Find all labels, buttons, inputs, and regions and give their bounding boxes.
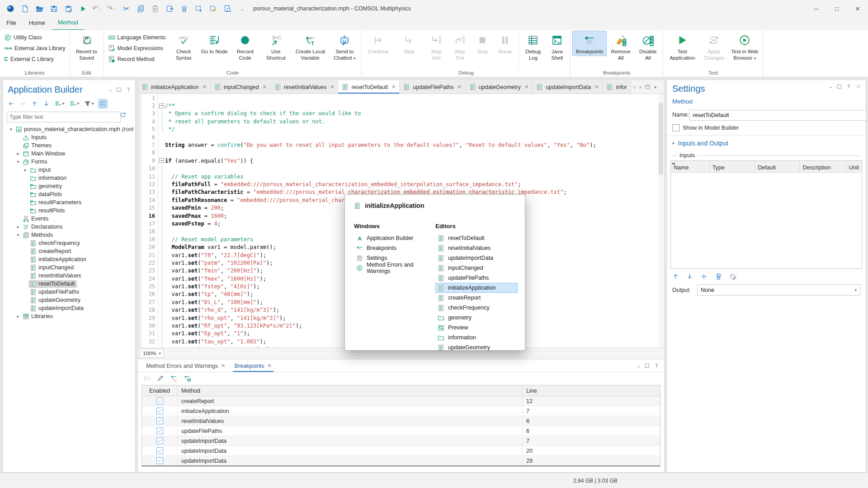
debug-log-button[interactable]: Debug Log [521, 31, 545, 63]
new-file-icon[interactable] [19, 3, 31, 14]
bottom-tab-method-errors-and-warnings[interactable]: Method Errors and Warnings✕ [142, 360, 230, 372]
float-icon[interactable] [836, 84, 842, 89]
record-method-button[interactable]: Record Method [106, 54, 168, 65]
popup-editor-item-initializeApplication[interactable]: initializeApplication [435, 283, 518, 293]
add-icon[interactable] [699, 272, 708, 281]
tree-item-initializeApplication[interactable]: initializeApplication [5, 255, 133, 263]
ribbon-tab-method[interactable]: Method [52, 17, 85, 30]
collapse-icon[interactable]: ⌄ [637, 363, 641, 368]
popup-editor-item-resetToDefault[interactable]: resetToDefault [435, 233, 518, 243]
back-button[interactable] [7, 99, 15, 108]
enabled-checkbox[interactable] [156, 408, 163, 414]
filter-view-button[interactable]: ▾ [83, 99, 95, 108]
editor-scrollbar[interactable] [658, 94, 664, 347]
maximize-editor-icon[interactable] [645, 84, 651, 90]
inputs-header-type[interactable]: Type [710, 161, 755, 172]
go-to-node-button[interactable]: Go to Node [199, 31, 229, 56]
chevron-down-icon[interactable]: ▾ [15, 160, 21, 164]
enable-breakpoints-icon[interactable] [170, 374, 179, 383]
tree-item-information[interactable]: information [5, 174, 133, 182]
enabled-checkbox[interactable] [156, 447, 163, 454]
use-shortcut-button[interactable]: B+C Use Shortcut [261, 31, 291, 63]
tree-item-updateGeometry[interactable]: updateGeometry [5, 296, 133, 304]
tree-item-checkFrequency[interactable]: checkFrequency [5, 239, 133, 247]
tree-item-Methods[interactable]: ▾ Methods [5, 231, 133, 239]
close-icon[interactable]: ✕ [268, 363, 272, 369]
tree-item-Main Window[interactable]: ▸ Main Window [5, 150, 133, 158]
save-as-icon[interactable] [62, 3, 74, 14]
inputs-header-description[interactable]: Description [800, 161, 846, 172]
inputs-table[interactable]: ▸▸NameTypeDefaultDescriptionUnit [670, 160, 862, 269]
language-elements-button[interactable]: ABCLanguage Elements [106, 32, 168, 43]
breakpoints-button[interactable]: Breakpoints [572, 31, 607, 56]
chevron-right-icon[interactable]: ▸ [15, 151, 21, 156]
external-java-library-button[interactable]: JavaExternal Java Library [2, 43, 68, 54]
open-file-icon[interactable] [33, 3, 45, 14]
redo-icon[interactable]: ↷⌄ [106, 3, 118, 14]
tree-item-porous_material_characterization.mph[interactable]: ▾A porous_material_characterization.mph … [5, 125, 133, 133]
tree-item-Events[interactable]: Events [5, 215, 133, 223]
inputs-and-output-section-header[interactable]: ▾ Inputs and Output [672, 140, 728, 147]
delete-icon[interactable] [714, 272, 723, 281]
chevron-right-icon[interactable]: ▸ [15, 314, 21, 319]
chevron-down-icon[interactable]: ▾ [654, 85, 656, 89]
tree-item-inputChanged[interactable]: inputChanged [5, 263, 133, 272]
record-code-button[interactable]: Record Code [230, 31, 260, 63]
chevron-right-icon[interactable]: ▸ [15, 225, 21, 229]
clear-selection-icon[interactable] [207, 3, 219, 14]
close-icon[interactable]: ✕ [594, 84, 599, 90]
paste-icon[interactable] [149, 3, 161, 14]
table-row[interactable]: updateImportData 20 [142, 446, 660, 456]
settings-subtitle[interactable]: Method [672, 98, 693, 105]
test-application-button[interactable]: Test Application [665, 31, 699, 63]
table-row[interactable]: updateFilePaths 6 [142, 426, 660, 436]
tree-item-resetToDefault[interactable]: resetToDefault [5, 280, 133, 288]
minimize-button[interactable]: ─ [806, 0, 826, 17]
close-icon[interactable]: ✕ [392, 84, 396, 90]
tree-item-dataPlots[interactable]: dataPlots [5, 190, 133, 198]
move-down-button[interactable] [42, 99, 51, 108]
popup-editor-item-updateGeometry[interactable]: updateGeometry [435, 343, 518, 352]
collapse-all-button[interactable]: ▾ [69, 99, 80, 108]
edit-table-icon[interactable] [729, 272, 738, 281]
popup-editor-item-updateImportData[interactable]: updateImportData [435, 253, 518, 263]
close-icon[interactable]: ✕ [263, 84, 267, 90]
check-syntax-button[interactable]: [ABC] Check Syntax [169, 31, 198, 63]
popup-editor-item-updateFilePaths[interactable]: updateFilePaths [435, 273, 518, 283]
bottom-tab-breakpoints[interactable]: Breakpoints✕ [230, 360, 276, 372]
test-in-web-browser-button[interactable]: Test in Web Browser ▾ [728, 31, 761, 63]
disable-all-button[interactable]: Disable All [635, 31, 661, 63]
table-row[interactable]: createReport 12 [142, 396, 660, 406]
enabled-checkbox[interactable] [156, 457, 163, 464]
popup-editor-item-createReport[interactable]: createReport [435, 293, 518, 303]
cut-icon[interactable]: ✂ [120, 3, 132, 14]
tree-item-resetInitialValues[interactable]: resetInitialValues [5, 272, 133, 280]
import-data-icon[interactable] [164, 3, 175, 14]
tree-item-Themes[interactable]: Themes [5, 141, 133, 150]
editor-tab-updateFilePaths[interactable]: updateFilePaths✕ [400, 80, 466, 94]
table-row[interactable]: updateImportData 29 [142, 456, 660, 466]
editor-tab-updateGeometry[interactable]: updateGeometry✕ [466, 80, 533, 94]
editor-tab-initializeApplication[interactable]: initializeApplication✕ [138, 80, 211, 94]
close-icon[interactable]: ✕ [221, 363, 225, 369]
table-row[interactable]: updateImportData 7 [142, 436, 660, 446]
toggle-model-builder-button[interactable] [98, 99, 108, 108]
editor-tab-infor[interactable]: infor [603, 80, 631, 94]
expand-all-button[interactable]: ▾ [54, 99, 66, 108]
edit-breakpoint-condition-icon[interactable] [156, 374, 165, 383]
create-local-variable-button[interactable]: a=T Create Local Variable [292, 31, 329, 63]
filter-input[interactable] [7, 112, 121, 122]
close-icon[interactable] [855, 84, 861, 89]
table-row[interactable]: resetInitialValues 6 [142, 416, 660, 426]
tree-item-geometry[interactable]: geometry [5, 182, 133, 190]
close-icon[interactable]: ✕ [458, 84, 462, 90]
customize-toolbar-icon[interactable]: ⌄ [236, 3, 248, 14]
copy-icon[interactable] [135, 3, 146, 14]
inputs-header-name[interactable]: Name [671, 161, 710, 172]
tree-item-resultPlots[interactable]: resultPlots [5, 206, 133, 215]
tree-item-createReport[interactable]: createReport [5, 247, 133, 255]
tree-item-Forms[interactable]: ▾ Forms [5, 158, 133, 166]
popup-editor-item-checkFrequency[interactable]: checkFrequency [435, 303, 518, 313]
delete-icon[interactable] [178, 3, 190, 14]
enabled-checkbox[interactable] [156, 418, 163, 424]
